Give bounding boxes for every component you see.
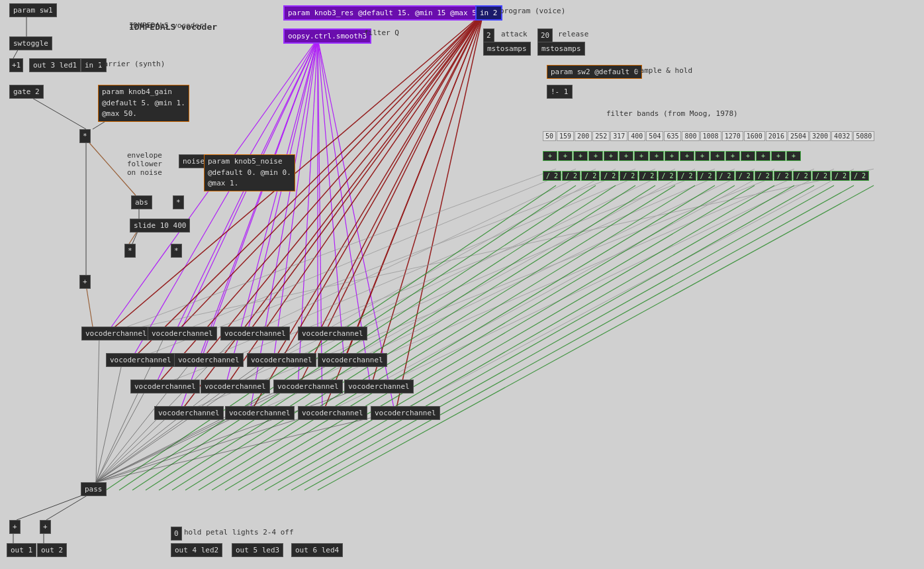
filter-plus-9[interactable]: + — [680, 151, 694, 161]
filter-num-159[interactable]: 159 — [557, 131, 574, 141]
param-sw2-node[interactable]: param sw2 @default 0 — [547, 65, 642, 79]
not-minus1-node[interactable]: !- 1 — [547, 85, 573, 99]
vc-8[interactable]: vocoderchannel — [130, 380, 200, 393]
param-knob4-node[interactable]: param knob4_gain@default 5. @min 1.@max … — [98, 85, 189, 122]
filter-div2-15[interactable]: / 2 — [831, 171, 850, 181]
filter-num-800[interactable]: 800 — [682, 131, 699, 141]
filter-num-1600[interactable]: 1600 — [744, 131, 765, 141]
filter-div2-13[interactable]: / 2 — [793, 171, 811, 181]
filter-plus-1[interactable]: + — [558, 151, 573, 161]
release-val-node[interactable]: 20 — [537, 28, 553, 42]
filter-div2-10[interactable]: / 2 — [735, 171, 754, 181]
vc-1[interactable]: vocoderchannel — [148, 327, 217, 340]
swtoggle-node[interactable]: swtoggle — [9, 36, 52, 50]
in2-node[interactable]: in 2 — [475, 5, 502, 21]
filter-div2-9[interactable]: / 2 — [716, 171, 735, 181]
mult4-node[interactable]: * — [171, 244, 182, 258]
zero-node[interactable]: 0 — [171, 527, 182, 541]
oopsy-ctrl-node[interactable]: oopsy.ctrl.smooth3 — [283, 28, 371, 44]
filter-num-3200[interactable]: 3200 — [809, 131, 831, 141]
mstosamps2-node[interactable]: mstosamps — [537, 42, 585, 56]
filter-plus-11[interactable]: + — [710, 151, 725, 161]
filter-num-2504[interactable]: 2504 — [788, 131, 809, 141]
filter-div2-8[interactable]: / 2 — [697, 171, 716, 181]
mult2-node[interactable]: * — [173, 195, 184, 209]
filter-plus-6[interactable]: + — [634, 151, 649, 161]
filter-num-1008[interactable]: 1008 — [700, 131, 721, 141]
filter-plus-4[interactable]: + — [604, 151, 618, 161]
filter-div2-1[interactable]: / 2 — [562, 171, 580, 181]
plus2-node[interactable]: + — [79, 275, 91, 289]
slide-node[interactable]: slide 10 400 — [130, 219, 190, 233]
filter-num-200[interactable]: 200 — [575, 131, 592, 141]
filter-plus-12[interactable]: + — [725, 151, 740, 161]
out6led4-node[interactable]: out 6 led4 — [291, 543, 343, 557]
out3led1-node[interactable]: out 3 led1 — [29, 58, 81, 72]
filter-div2-3[interactable]: / 2 — [600, 171, 619, 181]
vc-0[interactable]: vocoderchannel — [81, 327, 151, 340]
filter-div2-16[interactable]: / 2 — [851, 171, 869, 181]
filter-plus-2[interactable]: + — [573, 151, 588, 161]
out1-node[interactable]: out 1 — [7, 543, 36, 557]
vc-5[interactable]: vocoderchannel — [174, 353, 244, 367]
plus-out2-node[interactable]: + — [40, 520, 51, 534]
attack-val-node[interactable]: 2 — [483, 28, 494, 42]
param-sw1-node[interactable]: param sw1 — [9, 3, 57, 17]
filter-plus-10[interactable]: + — [695, 151, 710, 161]
filter-num-1270[interactable]: 1270 — [722, 131, 743, 141]
filter-num-50[interactable]: 50 — [543, 131, 556, 141]
filter-num-635[interactable]: 635 — [664, 131, 681, 141]
filter-div2-2[interactable]: / 2 — [581, 171, 600, 181]
vc-2[interactable]: vocoderchannel — [220, 327, 290, 340]
vc-7[interactable]: vocoderchannel — [318, 353, 387, 367]
param-knob3-node[interactable]: param knob3_res @default 15. @min 15 @ma… — [283, 5, 485, 21]
filter-plus-13[interactable]: + — [741, 151, 755, 161]
filter-plus-14[interactable]: + — [756, 151, 770, 161]
plus-out1-node[interactable]: + — [9, 520, 21, 534]
plus1-node[interactable]: +1 — [9, 58, 23, 72]
filter-div2-0[interactable]: / 2 — [543, 171, 561, 181]
vc-13[interactable]: vocoderchannel — [225, 406, 295, 420]
filter-div2-7[interactable]: / 2 — [677, 171, 696, 181]
filter-plus-15[interactable]: + — [771, 151, 786, 161]
vc-12[interactable]: vocoderchannel — [154, 406, 224, 420]
vc-10[interactable]: vocoderchannel — [273, 380, 343, 393]
filter-num-317[interactable]: 317 — [610, 131, 627, 141]
filter-div2-6[interactable]: / 2 — [658, 171, 676, 181]
vc-4[interactable]: vocoderchannel — [106, 353, 175, 367]
pass-node[interactable]: pass — [81, 482, 107, 496]
filter-div2-4[interactable]: / 2 — [620, 171, 638, 181]
param-knob5-node[interactable]: param knob5_noise@default 0. @min 0.@max… — [204, 154, 295, 191]
vc-6[interactable]: vocoderchannel — [247, 353, 316, 367]
filter-plus-7[interactable]: + — [649, 151, 664, 161]
filter-num-2016[interactable]: 2016 — [766, 131, 787, 141]
filter-num-4032[interactable]: 4032 — [831, 131, 853, 141]
filter-num-504[interactable]: 504 — [646, 131, 663, 141]
out4led2-node[interactable]: out 4 led2 — [171, 543, 222, 557]
gate2-node[interactable]: gate 2 — [9, 85, 44, 99]
vc-11[interactable]: vocoderchannel — [344, 380, 414, 393]
filter-plus-8[interactable]: + — [665, 151, 679, 161]
filter-div2-12[interactable]: / 2 — [774, 171, 792, 181]
filter-plus-5[interactable]: + — [619, 151, 633, 161]
filter-num-252[interactable]: 252 — [592, 131, 610, 141]
mstosamps1-node[interactable]: mstosamps — [483, 42, 531, 56]
filter-div2-14[interactable]: / 2 — [812, 171, 831, 181]
mult1-node[interactable]: * — [79, 129, 91, 143]
filter-plus-16[interactable]: + — [786, 151, 801, 161]
filter-num-400[interactable]: 400 — [628, 131, 645, 141]
vc-3[interactable]: vocoderchannel — [298, 327, 367, 340]
filter-plus-3[interactable]: + — [588, 151, 603, 161]
filter-div2-5[interactable]: / 2 — [639, 171, 657, 181]
mult3-node[interactable]: * — [124, 244, 136, 258]
filter-num-5080[interactable]: 5080 — [853, 131, 874, 141]
svg-line-89 — [96, 388, 217, 482]
vc-15[interactable]: vocoderchannel — [371, 406, 440, 420]
vc-14[interactable]: vocoderchannel — [298, 406, 367, 420]
out5led3-node[interactable]: out 5 led3 — [232, 543, 283, 557]
vc-9[interactable]: vocoderchannel — [201, 380, 270, 393]
abs-node[interactable]: abs — [131, 195, 152, 209]
filter-plus-0[interactable]: + — [543, 151, 557, 161]
out2-node[interactable]: out 2 — [37, 543, 67, 557]
filter-div2-11[interactable]: / 2 — [755, 171, 773, 181]
